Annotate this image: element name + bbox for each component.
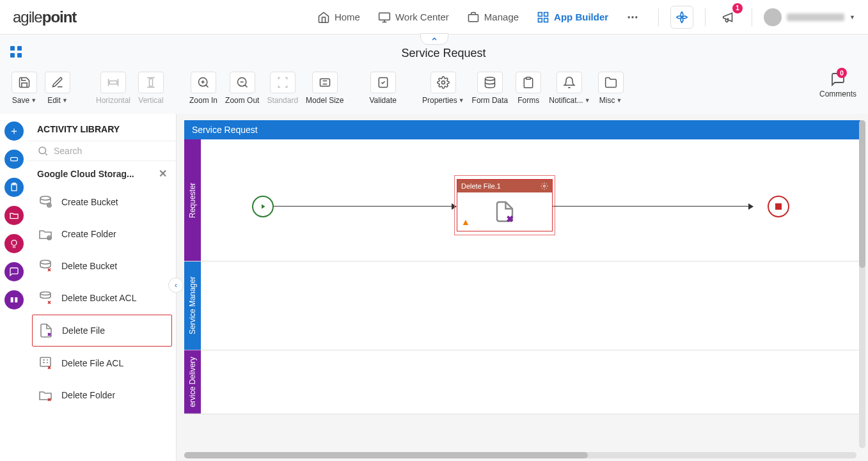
align-v-icon xyxy=(145,76,157,89)
sidebar-toggle[interactable]: ‹ xyxy=(168,277,184,293)
lane-service-delivery[interactable]: ervice Delivery xyxy=(184,350,201,414)
save-button[interactable]: Save ▼ xyxy=(10,70,38,106)
nav-manage[interactable]: Manage xyxy=(467,11,519,24)
form-data-button[interactable]: Form Data xyxy=(471,70,510,106)
brand-logo: agilepoint xyxy=(13,8,76,26)
model-size-button[interactable]: Model Size xyxy=(304,70,345,106)
comments-button[interactable]: 0 Comments xyxy=(818,70,858,100)
file-x-icon xyxy=(38,322,54,339)
activity-label: Delete Bucket xyxy=(61,261,117,271)
svg-rect-13 xyxy=(320,79,329,86)
arrow-icon xyxy=(748,203,754,210)
svg-point-21 xyxy=(12,240,17,246)
end-node[interactable] xyxy=(768,196,789,217)
edit-button[interactable]: Edit ▼ xyxy=(43,70,72,106)
rail-folder[interactable] xyxy=(4,206,24,225)
main-area: ＋ ‹ ACTIVITY LIBRARY Google Cloud Storag… xyxy=(0,114,868,461)
activity-item-delete-file[interactable]: Delete File xyxy=(32,315,172,347)
lane-requester[interactable]: Requester xyxy=(184,139,201,261)
activity-item-delete-folder[interactable]: Delete Folder xyxy=(28,379,176,411)
clipboard-icon xyxy=(9,182,19,192)
database-icon xyxy=(484,76,496,89)
zoom-in-icon xyxy=(197,76,210,89)
activity-label: Create Folder xyxy=(61,229,116,239)
vertical-scrollbar[interactable] xyxy=(859,120,865,448)
validate-button[interactable]: Validate xyxy=(368,70,397,106)
monitor-icon xyxy=(378,11,391,24)
toolbar: Save ▼ Edit ▼ Horizontal Vertical Zoom I… xyxy=(0,65,868,114)
zoom-out-icon xyxy=(236,76,249,89)
bucket-plus-icon xyxy=(37,194,54,210)
activity-label: Create Bucket xyxy=(61,197,118,207)
nav-app-builder[interactable]: App Builder xyxy=(537,11,608,24)
rail-clipboard[interactable] xyxy=(4,178,24,197)
forms-icon xyxy=(522,76,535,89)
svg-rect-17 xyxy=(526,77,531,79)
notification-badge: 1 xyxy=(732,3,743,13)
folder-rail-icon xyxy=(9,210,19,221)
activity-item-create-folder[interactable]: Create Folder xyxy=(28,218,176,250)
notifications-button[interactable]: 1 xyxy=(717,6,740,29)
activity-item-create-bucket[interactable]: Create Bucket xyxy=(28,186,176,218)
standard-button[interactable]: Standard xyxy=(265,70,299,106)
svg-point-24 xyxy=(39,147,46,154)
focus-icon xyxy=(276,76,289,89)
zoom-out-button[interactable]: Zoom Out xyxy=(224,70,260,106)
home-icon xyxy=(317,11,330,24)
svg-rect-30 xyxy=(40,357,51,366)
svg-rect-18 xyxy=(11,157,18,160)
svg-rect-9 xyxy=(109,81,117,84)
nav-action-icon[interactable] xyxy=(670,6,693,29)
rail-add[interactable]: ＋ xyxy=(4,121,24,141)
forms-button[interactable]: Forms xyxy=(514,70,542,106)
nav-work-center[interactable]: Work Center xyxy=(378,11,449,24)
flow-connector xyxy=(553,206,751,207)
frame-icon xyxy=(319,76,331,89)
sidebar-title: ACTIVITY LIBRARY xyxy=(28,114,176,141)
zoom-in-button[interactable]: Zoom In xyxy=(188,70,219,106)
activity-item-delete-bucket[interactable]: Delete Bucket xyxy=(28,250,176,282)
svg-rect-4 xyxy=(539,18,542,22)
bucket-x-icon xyxy=(37,258,54,274)
close-icon[interactable]: ✕ xyxy=(159,168,167,180)
search-input[interactable] xyxy=(54,146,167,156)
top-nav: agilepoint Home Work Center Manage App B… xyxy=(0,0,868,35)
category-label: Google Cloud Storag... xyxy=(37,169,134,179)
file-acl-x-icon xyxy=(37,355,54,371)
activity-sidebar: ‹ ACTIVITY LIBRARY Google Cloud Storag..… xyxy=(28,114,177,461)
svg-rect-5 xyxy=(544,18,548,22)
rail-monitor[interactable] xyxy=(4,234,24,253)
user-menu[interactable]: ▼ xyxy=(764,8,855,26)
svg-rect-1 xyxy=(468,14,478,21)
category-row[interactable]: Google Cloud Storag... ✕ xyxy=(28,161,176,186)
chevron-down-icon: ▼ xyxy=(849,14,855,20)
process-canvas[interactable]: Service Request Requester Delete File.1 … xyxy=(177,114,868,461)
horizontal-scrollbar[interactable] xyxy=(184,452,856,458)
rail-library[interactable] xyxy=(4,150,24,169)
activity-node[interactable]: Delete File.1 ▲ xyxy=(457,179,553,231)
nav-home[interactable]: Home xyxy=(317,11,360,24)
horizontal-button[interactable]: Horizontal xyxy=(95,70,132,106)
nav-more[interactable] xyxy=(626,11,639,24)
dots-icon xyxy=(626,11,639,24)
rail-tool[interactable] xyxy=(4,290,24,309)
validate-icon xyxy=(377,76,390,89)
tool-rail-icon xyxy=(9,295,19,305)
svg-rect-10 xyxy=(150,79,153,86)
properties-button[interactable]: Properties ▼ xyxy=(421,70,466,106)
svg-point-15 xyxy=(441,81,445,84)
vertical-button[interactable]: Vertical xyxy=(137,70,165,106)
activity-item-delete-file-acl[interactable]: Delete File ACL xyxy=(28,347,176,379)
gear-small-icon[interactable] xyxy=(541,182,548,190)
rail-chat[interactable] xyxy=(4,262,24,281)
misc-button[interactable]: Misc ▼ xyxy=(597,70,625,106)
avatar xyxy=(764,8,782,26)
activity-item-delete-bucket-acl[interactable]: Delete Bucket ACL xyxy=(28,282,176,314)
collapse-toolbar-button[interactable] xyxy=(420,33,448,45)
start-node[interactable] xyxy=(252,196,274,217)
app-grid-icon[interactable] xyxy=(10,46,22,60)
activity-label: Delete File xyxy=(62,325,105,336)
notifications-toolbar-button[interactable]: Notificat... ▼ xyxy=(548,70,591,106)
lane-service-manager[interactable]: Service Manager xyxy=(184,262,201,350)
folder-x-icon xyxy=(37,387,54,403)
